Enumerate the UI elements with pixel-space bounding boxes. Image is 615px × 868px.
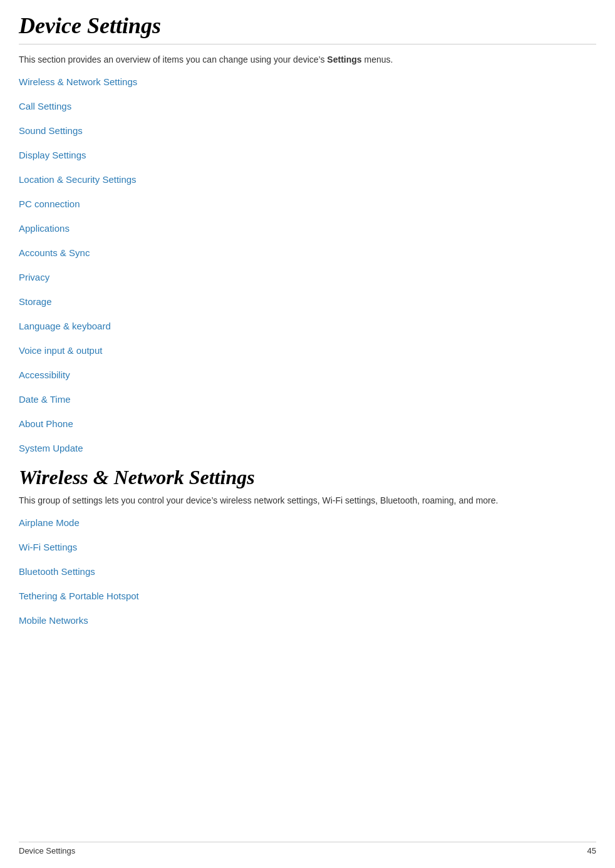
- section1-links: Airplane ModeWi-Fi SettingsBluetooth Set…: [19, 516, 596, 627]
- toc-link-accessibility[interactable]: Accessibility: [19, 368, 596, 381]
- toc-link-wireless-network-settings[interactable]: Wireless & Network Settings: [19, 75, 596, 88]
- toc-link-pc-connection[interactable]: PC connection: [19, 197, 596, 210]
- section1-link-tethering-portable-hotspot[interactable]: Tethering & Portable Hotspot: [19, 589, 596, 602]
- toc-link-language-keyboard[interactable]: Language & keyboard: [19, 319, 596, 333]
- page-footer: Device Settings 45: [19, 842, 596, 855]
- toc-list: Wireless & Network SettingsCall Settings…: [19, 75, 596, 455]
- toc-link-display-settings[interactable]: Display Settings: [19, 148, 596, 162]
- section1-link-wi-fi-settings[interactable]: Wi-Fi Settings: [19, 540, 596, 554]
- title-divider: [19, 44, 596, 44]
- toc-link-storage[interactable]: Storage: [19, 295, 596, 308]
- toc-link-system-update[interactable]: System Update: [19, 442, 596, 455]
- section1-link-mobile-networks[interactable]: Mobile Networks: [19, 614, 596, 627]
- section1-link-bluetooth-settings[interactable]: Bluetooth Settings: [19, 565, 596, 578]
- section1-title: Wireless & Network Settings: [19, 466, 596, 489]
- toc-link-call-settings[interactable]: Call Settings: [19, 100, 596, 113]
- toc-link-voice-input-output[interactable]: Voice input & output: [19, 344, 596, 357]
- toc-link-privacy[interactable]: Privacy: [19, 271, 596, 284]
- section1-link-airplane-mode[interactable]: Airplane Mode: [19, 516, 596, 529]
- section1-intro: This group of settings lets you control …: [19, 494, 596, 507]
- toc-link-location-security-settings[interactable]: Location & Security Settings: [19, 173, 596, 186]
- toc-link-date-time[interactable]: Date & Time: [19, 393, 596, 406]
- toc-link-accounts-sync[interactable]: Accounts & Sync: [19, 246, 596, 259]
- footer-right: 45: [587, 846, 596, 855]
- toc-link-applications[interactable]: Applications: [19, 222, 596, 235]
- footer-left: Device Settings: [19, 846, 75, 855]
- toc-link-about-phone[interactable]: About Phone: [19, 417, 596, 430]
- toc-link-sound-settings[interactable]: Sound Settings: [19, 124, 596, 137]
- page-title: Device Settings: [19, 13, 596, 39]
- intro-paragraph: This section provides an overview of ite…: [19, 53, 596, 66]
